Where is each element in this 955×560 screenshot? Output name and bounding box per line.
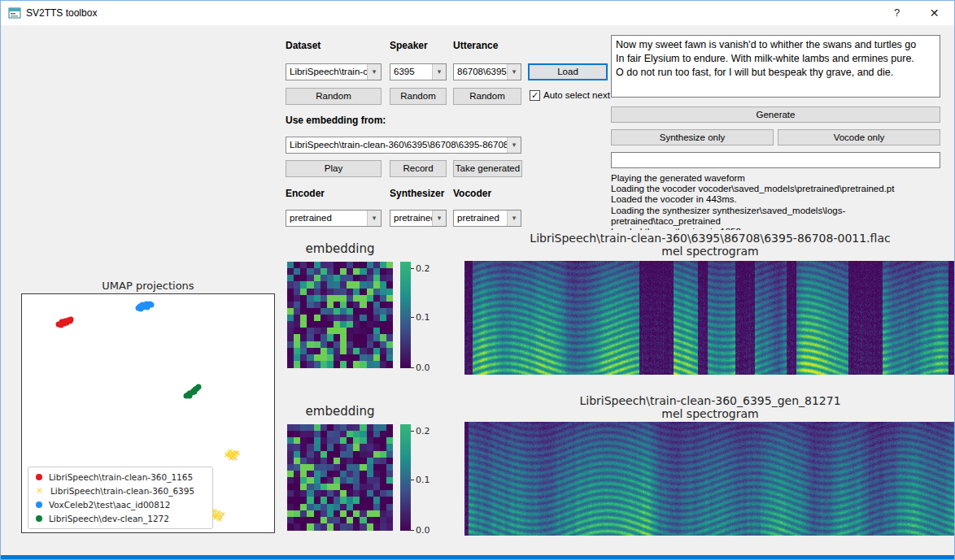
app-icon [8,7,21,20]
colorbar-tick-label: 0.1 [416,312,430,323]
random-utterance-button[interactable]: Random [453,88,521,105]
window-border-bottom [1,555,954,559]
vocoder-combobox[interactable]: pretrained ▾ [453,210,521,227]
chevron-down-icon: ▾ [367,211,381,226]
legend-row: LibriSpeech\dev-clean_1272 [33,514,207,523]
window-title: SV2TTS toolbox [26,7,97,19]
auto-select-checkbox[interactable]: ✓ [530,90,540,101]
umap-legend: LibriSpeech\train-clean-360_1165 ✕ Libri… [28,467,213,529]
dataset-combobox[interactable]: LibriSpeech\train-cle ▾ [286,63,382,80]
vocode-only-button[interactable]: Vocode only [778,129,940,145]
embedding-combobox[interactable]: LibriSpeech\train-clean-360\6395\86708\6… [286,137,521,154]
legend-label: LibriSpeech\dev-clean_1272 [49,514,169,523]
legend-row: LibriSpeech\train-clean-360_1165 [33,472,207,482]
scatter-point [192,389,198,395]
scatter-point [59,319,65,325]
legend-label: LibriSpeech\train-clean-360_1165 [49,472,193,482]
progress-field [611,152,940,168]
generate-button[interactable]: Generate [611,106,940,123]
chevron-down-icon: ▾ [507,137,521,153]
legend-marker-icon [36,474,42,480]
spectrogram-canvas-1 [464,261,955,375]
scatter-point [138,306,144,311]
scatter-point [149,302,155,307]
colorbar-tick-label: 0.0 [416,362,430,373]
utterance-combobox[interactable]: 86708\6395 ▾ [453,63,521,80]
chevron-down-icon: ▾ [507,211,521,226]
legend-row: ✕ LibriSpeech\train-clean-360_6395 [33,486,207,496]
spectrogram-subtitle-1: mel spectrogram [464,245,955,258]
chevron-down-icon: ▾ [432,211,446,226]
scatter-point: ✕ [216,516,223,523]
legend-marker-icon [36,515,42,522]
spectrogram-title-2: LibriSpeech\train-clean-360_6395_gen_812… [464,394,955,407]
utterance-label: Utterance [453,40,498,51]
scatter-point [186,393,192,398]
legend-marker-icon: ✕ [36,487,44,495]
load-button[interactable]: Load [528,63,608,80]
vocoder-label: Vocoder [453,188,491,199]
synthesizer-combobox[interactable]: pretrained ▾ [390,210,447,227]
log-output: Playing the generated waveform Loading t… [611,173,953,230]
chevron-down-icon: ▾ [507,64,521,80]
umap-plot-area: LibriSpeech\train-clean-360_1165 ✕ Libri… [21,293,275,533]
colorbar-1 [400,262,411,368]
embedding-from-label: Use embedding from: [286,115,386,126]
colorbar-tick-label: 0.2 [416,426,430,436]
spectrogram-subtitle-2: mel spectrogram [464,407,955,420]
synthesizer-label: Synthesizer [390,188,444,199]
colorbar-tick-label: 0.2 [416,263,430,274]
scatter-point [196,384,202,390]
auto-select-label[interactable]: Auto select next [543,90,610,100]
legend-label: VoxCeleb2\test\aac_id00812 [49,500,170,510]
spectrogram-title-1: LibriSpeech\train-clean-360\6395\86708\6… [464,232,955,245]
colorbar-tick-label: 0.0 [416,525,430,536]
help-button[interactable]: ? [879,1,915,25]
embedding-heatmap-1 [287,262,393,368]
embedding-title-1: embedding [287,241,393,256]
speaker-label: Speaker [390,40,428,51]
encoder-combobox[interactable]: pretrained ▾ [286,210,382,227]
colorbar-2 [400,424,411,531]
scatter-point [67,318,72,323]
embedding-heatmap-2 [287,424,393,531]
take-generated-button[interactable]: Take generated [453,160,522,177]
scatter-point: ✕ [229,455,235,462]
record-button[interactable]: Record [390,160,447,177]
dataset-label: Dataset [286,40,321,51]
legend-row: VoxCeleb2\test\aac_id00812 [33,500,207,510]
random-speaker-button[interactable]: Random [390,88,447,105]
legend-marker-icon [36,501,42,508]
embedding-combobox-value: LibriSpeech\train-clean-360\6395\86708\6… [286,137,521,153]
spectrogram-canvas-2 [464,422,955,536]
synthesize-only-button[interactable]: Synthesize only [611,129,774,145]
titlebar: SV2TTS toolbox ? ✕ [1,1,954,25]
chevron-down-icon: ▾ [432,64,446,80]
embedding-title-2: embedding [287,404,393,419]
prompt-textarea[interactable]: Now my sweet fawn is vanish'd to whither… [611,35,940,98]
close-icon[interactable]: ✕ [916,1,953,25]
encoder-label: Encoder [286,188,325,199]
umap-title: UMAP projections [21,280,275,292]
chevron-down-icon: ▾ [367,64,381,80]
random-dataset-button[interactable]: Random [286,88,382,105]
play-button[interactable]: Play [286,160,382,177]
app-window: SV2TTS toolbox ? ✕ Dataset Speaker Utter… [0,0,955,560]
legend-label: LibriSpeech\train-clean-360_6395 [50,486,194,496]
speaker-combobox[interactable]: 6395 ▾ [390,63,447,80]
colorbar-tick-label: 0.1 [416,475,430,485]
